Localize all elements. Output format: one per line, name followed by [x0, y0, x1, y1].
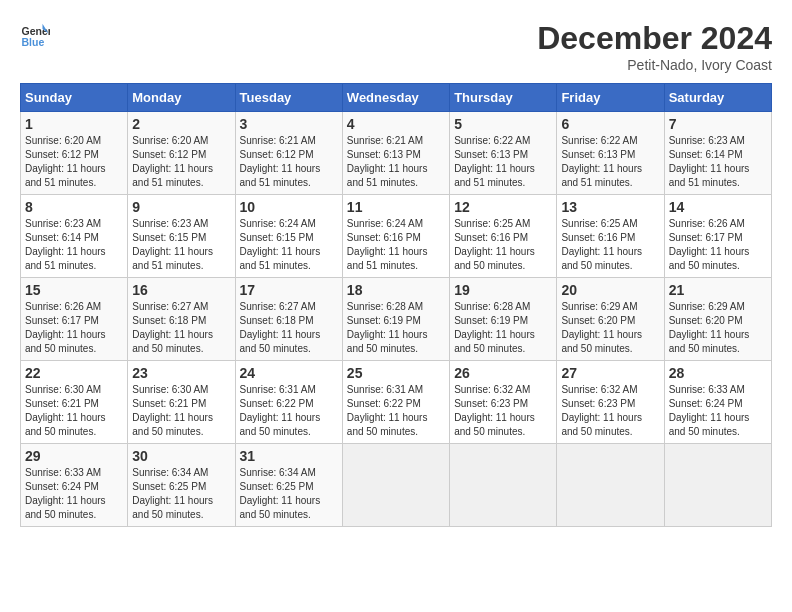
- day-info: Sunrise: 6:21 AM Sunset: 6:12 PM Dayligh…: [240, 134, 338, 190]
- day-number: 17: [240, 282, 338, 298]
- calendar-day-cell: 21 Sunrise: 6:29 AM Sunset: 6:20 PM Dayl…: [664, 278, 771, 361]
- day-info: Sunrise: 6:31 AM Sunset: 6:22 PM Dayligh…: [347, 383, 445, 439]
- calendar-day-cell: 7 Sunrise: 6:23 AM Sunset: 6:14 PM Dayli…: [664, 112, 771, 195]
- calendar-day-cell: 16 Sunrise: 6:27 AM Sunset: 6:18 PM Dayl…: [128, 278, 235, 361]
- calendar-day-cell: 2 Sunrise: 6:20 AM Sunset: 6:12 PM Dayli…: [128, 112, 235, 195]
- calendar-day-cell: 30 Sunrise: 6:34 AM Sunset: 6:25 PM Dayl…: [128, 444, 235, 527]
- calendar-empty-cell: [664, 444, 771, 527]
- day-number: 3: [240, 116, 338, 132]
- logo-icon: General Blue: [20, 20, 50, 50]
- weekday-header-wednesday: Wednesday: [342, 84, 449, 112]
- day-info: Sunrise: 6:32 AM Sunset: 6:23 PM Dayligh…: [454, 383, 552, 439]
- day-info: Sunrise: 6:33 AM Sunset: 6:24 PM Dayligh…: [669, 383, 767, 439]
- day-number: 14: [669, 199, 767, 215]
- calendar-day-cell: 1 Sunrise: 6:20 AM Sunset: 6:12 PM Dayli…: [21, 112, 128, 195]
- svg-text:Blue: Blue: [22, 36, 45, 48]
- day-info: Sunrise: 6:23 AM Sunset: 6:14 PM Dayligh…: [25, 217, 123, 273]
- day-number: 28: [669, 365, 767, 381]
- day-info: Sunrise: 6:23 AM Sunset: 6:15 PM Dayligh…: [132, 217, 230, 273]
- calendar-day-cell: 28 Sunrise: 6:33 AM Sunset: 6:24 PM Dayl…: [664, 361, 771, 444]
- day-number: 26: [454, 365, 552, 381]
- day-info: Sunrise: 6:34 AM Sunset: 6:25 PM Dayligh…: [240, 466, 338, 522]
- day-info: Sunrise: 6:30 AM Sunset: 6:21 PM Dayligh…: [25, 383, 123, 439]
- calendar-day-cell: 13 Sunrise: 6:25 AM Sunset: 6:16 PM Dayl…: [557, 195, 664, 278]
- calendar-day-cell: 23 Sunrise: 6:30 AM Sunset: 6:21 PM Dayl…: [128, 361, 235, 444]
- day-number: 24: [240, 365, 338, 381]
- calendar-day-cell: 27 Sunrise: 6:32 AM Sunset: 6:23 PM Dayl…: [557, 361, 664, 444]
- day-info: Sunrise: 6:28 AM Sunset: 6:19 PM Dayligh…: [347, 300, 445, 356]
- calendar-day-cell: 25 Sunrise: 6:31 AM Sunset: 6:22 PM Dayl…: [342, 361, 449, 444]
- day-info: Sunrise: 6:20 AM Sunset: 6:12 PM Dayligh…: [132, 134, 230, 190]
- calendar-day-cell: 6 Sunrise: 6:22 AM Sunset: 6:13 PM Dayli…: [557, 112, 664, 195]
- day-info: Sunrise: 6:34 AM Sunset: 6:25 PM Dayligh…: [132, 466, 230, 522]
- day-number: 8: [25, 199, 123, 215]
- day-info: Sunrise: 6:27 AM Sunset: 6:18 PM Dayligh…: [132, 300, 230, 356]
- calendar-day-cell: 29 Sunrise: 6:33 AM Sunset: 6:24 PM Dayl…: [21, 444, 128, 527]
- month-title: December 2024: [537, 20, 772, 57]
- calendar-day-cell: 31 Sunrise: 6:34 AM Sunset: 6:25 PM Dayl…: [235, 444, 342, 527]
- day-info: Sunrise: 6:22 AM Sunset: 6:13 PM Dayligh…: [561, 134, 659, 190]
- day-info: Sunrise: 6:26 AM Sunset: 6:17 PM Dayligh…: [669, 217, 767, 273]
- weekday-header-friday: Friday: [557, 84, 664, 112]
- calendar-day-cell: 17 Sunrise: 6:27 AM Sunset: 6:18 PM Dayl…: [235, 278, 342, 361]
- day-number: 18: [347, 282, 445, 298]
- calendar-day-cell: 26 Sunrise: 6:32 AM Sunset: 6:23 PM Dayl…: [450, 361, 557, 444]
- day-info: Sunrise: 6:29 AM Sunset: 6:20 PM Dayligh…: [669, 300, 767, 356]
- weekday-header-saturday: Saturday: [664, 84, 771, 112]
- day-info: Sunrise: 6:25 AM Sunset: 6:16 PM Dayligh…: [561, 217, 659, 273]
- page-header: General Blue December 2024 Petit-Nado, I…: [20, 20, 772, 73]
- day-number: 27: [561, 365, 659, 381]
- calendar-day-cell: 9 Sunrise: 6:23 AM Sunset: 6:15 PM Dayli…: [128, 195, 235, 278]
- weekday-header-sunday: Sunday: [21, 84, 128, 112]
- day-number: 29: [25, 448, 123, 464]
- calendar-day-cell: 20 Sunrise: 6:29 AM Sunset: 6:20 PM Dayl…: [557, 278, 664, 361]
- weekday-header-tuesday: Tuesday: [235, 84, 342, 112]
- day-number: 12: [454, 199, 552, 215]
- calendar-empty-cell: [342, 444, 449, 527]
- calendar-day-cell: 14 Sunrise: 6:26 AM Sunset: 6:17 PM Dayl…: [664, 195, 771, 278]
- weekday-header-monday: Monday: [128, 84, 235, 112]
- day-number: 20: [561, 282, 659, 298]
- calendar-day-cell: 24 Sunrise: 6:31 AM Sunset: 6:22 PM Dayl…: [235, 361, 342, 444]
- day-info: Sunrise: 6:23 AM Sunset: 6:14 PM Dayligh…: [669, 134, 767, 190]
- day-number: 31: [240, 448, 338, 464]
- day-info: Sunrise: 6:32 AM Sunset: 6:23 PM Dayligh…: [561, 383, 659, 439]
- day-info: Sunrise: 6:25 AM Sunset: 6:16 PM Dayligh…: [454, 217, 552, 273]
- calendar-day-cell: 15 Sunrise: 6:26 AM Sunset: 6:17 PM Dayl…: [21, 278, 128, 361]
- day-number: 11: [347, 199, 445, 215]
- calendar-day-cell: 8 Sunrise: 6:23 AM Sunset: 6:14 PM Dayli…: [21, 195, 128, 278]
- weekday-header-row: SundayMondayTuesdayWednesdayThursdayFrid…: [21, 84, 772, 112]
- calendar-day-cell: 12 Sunrise: 6:25 AM Sunset: 6:16 PM Dayl…: [450, 195, 557, 278]
- day-number: 21: [669, 282, 767, 298]
- day-info: Sunrise: 6:20 AM Sunset: 6:12 PM Dayligh…: [25, 134, 123, 190]
- title-block: December 2024 Petit-Nado, Ivory Coast: [537, 20, 772, 73]
- day-number: 19: [454, 282, 552, 298]
- calendar-day-cell: 18 Sunrise: 6:28 AM Sunset: 6:19 PM Dayl…: [342, 278, 449, 361]
- calendar-week-row: 1 Sunrise: 6:20 AM Sunset: 6:12 PM Dayli…: [21, 112, 772, 195]
- day-number: 2: [132, 116, 230, 132]
- calendar-day-cell: 22 Sunrise: 6:30 AM Sunset: 6:21 PM Dayl…: [21, 361, 128, 444]
- day-info: Sunrise: 6:28 AM Sunset: 6:19 PM Dayligh…: [454, 300, 552, 356]
- weekday-header-thursday: Thursday: [450, 84, 557, 112]
- day-info: Sunrise: 6:22 AM Sunset: 6:13 PM Dayligh…: [454, 134, 552, 190]
- calendar-week-row: 15 Sunrise: 6:26 AM Sunset: 6:17 PM Dayl…: [21, 278, 772, 361]
- day-info: Sunrise: 6:24 AM Sunset: 6:16 PM Dayligh…: [347, 217, 445, 273]
- day-info: Sunrise: 6:21 AM Sunset: 6:13 PM Dayligh…: [347, 134, 445, 190]
- calendar-day-cell: 11 Sunrise: 6:24 AM Sunset: 6:16 PM Dayl…: [342, 195, 449, 278]
- calendar-empty-cell: [450, 444, 557, 527]
- day-number: 4: [347, 116, 445, 132]
- day-number: 25: [347, 365, 445, 381]
- day-number: 5: [454, 116, 552, 132]
- day-number: 22: [25, 365, 123, 381]
- calendar-week-row: 29 Sunrise: 6:33 AM Sunset: 6:24 PM Dayl…: [21, 444, 772, 527]
- day-number: 9: [132, 199, 230, 215]
- day-info: Sunrise: 6:30 AM Sunset: 6:21 PM Dayligh…: [132, 383, 230, 439]
- day-info: Sunrise: 6:24 AM Sunset: 6:15 PM Dayligh…: [240, 217, 338, 273]
- day-info: Sunrise: 6:26 AM Sunset: 6:17 PM Dayligh…: [25, 300, 123, 356]
- day-number: 30: [132, 448, 230, 464]
- calendar-week-row: 8 Sunrise: 6:23 AM Sunset: 6:14 PM Dayli…: [21, 195, 772, 278]
- day-info: Sunrise: 6:29 AM Sunset: 6:20 PM Dayligh…: [561, 300, 659, 356]
- day-number: 13: [561, 199, 659, 215]
- calendar-table: SundayMondayTuesdayWednesdayThursdayFrid…: [20, 83, 772, 527]
- day-number: 10: [240, 199, 338, 215]
